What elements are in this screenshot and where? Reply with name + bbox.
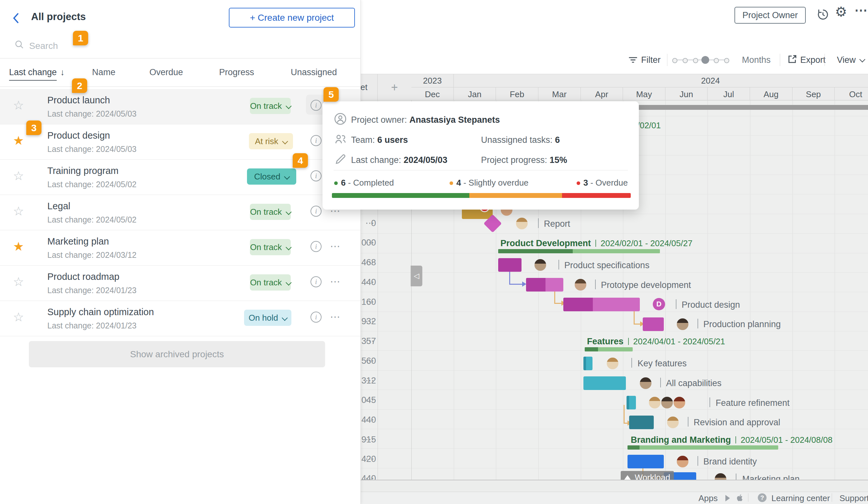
row-menu-button[interactable] — [360, 473, 380, 480]
task-bar[interactable] — [583, 357, 592, 370]
row-menu-button[interactable] — [360, 296, 380, 307]
sort-column-unassigned[interactable]: Unassigned — [291, 67, 337, 77]
project-last-change: Last change: 2024/03/12 — [47, 250, 136, 260]
status-dropdown[interactable]: On track — [250, 274, 291, 291]
task-bar[interactable] — [629, 416, 654, 429]
info-icon[interactable] — [310, 312, 321, 323]
month-cell: Sep — [793, 87, 835, 101]
status-dropdown[interactable]: On track — [250, 239, 291, 255]
row-menu-button[interactable] — [360, 257, 380, 267]
task-bar[interactable] — [628, 455, 664, 469]
task-bar[interactable] — [583, 376, 626, 390]
star-icon[interactable]: ☆ — [13, 310, 24, 324]
star-icon[interactable]: ★ — [13, 239, 24, 254]
row-menu-button[interactable] — [360, 453, 380, 464]
slider-stop[interactable] — [672, 58, 678, 63]
task-bar[interactable] — [498, 258, 521, 272]
show-archived-projects-button[interactable]: Show archived projects — [29, 341, 325, 367]
filter-button[interactable]: Filter — [641, 55, 661, 65]
star-icon[interactable]: ☆ — [13, 169, 24, 183]
status-dropdown[interactable]: On track — [250, 98, 291, 114]
status-dropdown[interactable]: On hold — [244, 309, 291, 326]
history-icon[interactable] — [816, 8, 830, 23]
info-icon[interactable] — [310, 276, 321, 287]
gear-icon[interactable] — [835, 4, 847, 20]
dependency-line — [554, 303, 562, 304]
label-separator — [698, 319, 698, 328]
row-menu-button[interactable] — [360, 218, 380, 228]
group-progress-bar — [498, 249, 660, 253]
task-bar[interactable] — [627, 396, 636, 409]
collapse-grid-handle[interactable] — [411, 266, 422, 286]
export-button[interactable]: Export — [800, 55, 826, 65]
more-options-icon[interactable] — [854, 3, 867, 18]
search-input[interactable] — [29, 38, 192, 54]
sort-column-overdue[interactable]: Overdue — [149, 67, 183, 77]
slider-track — [674, 60, 728, 60]
row-more-button[interactable] — [330, 240, 340, 252]
task-bar[interactable] — [526, 278, 563, 292]
task-label: Production planning — [703, 319, 781, 329]
row-menu-button[interactable] — [360, 277, 380, 287]
task-bar[interactable] — [643, 317, 664, 331]
status-dropdown[interactable]: Closed — [247, 168, 296, 185]
star-icon[interactable]: ☆ — [13, 98, 24, 112]
google-play-icon[interactable] — [724, 494, 732, 503]
learning-center-link[interactable]: Learning center — [772, 493, 830, 503]
help-icon[interactable] — [758, 493, 766, 502]
sort-column-name[interactable]: Name — [92, 67, 115, 77]
row-menu-button[interactable] — [360, 414, 380, 425]
project-owner-button[interactable]: Project Owner — [734, 7, 806, 24]
row-menu-button[interactable] — [360, 355, 380, 366]
info-icon[interactable] — [310, 135, 321, 146]
apple-icon[interactable] — [736, 494, 744, 503]
divider — [0, 86, 360, 87]
filter-icon[interactable] — [628, 54, 639, 67]
project-name: Product launch — [47, 95, 110, 106]
slider-stop[interactable] — [724, 58, 729, 63]
export-icon[interactable] — [787, 54, 798, 66]
info-icon[interactable] — [310, 206, 321, 217]
status-dropdown[interactable]: On track — [250, 204, 291, 220]
project-row[interactable]: ☆ Legal Last change: 2024/05/02 On track — [0, 195, 360, 230]
star-icon[interactable]: ★ — [13, 134, 24, 148]
add-column-button[interactable]: + — [378, 74, 411, 101]
row-more-button[interactable] — [330, 275, 340, 287]
row-menu-button[interactable] — [360, 375, 380, 386]
row-menu-button[interactable] — [360, 434, 380, 445]
info-icon[interactable] — [310, 170, 321, 181]
info-icon[interactable] — [310, 100, 321, 111]
back-icon[interactable] — [11, 12, 21, 25]
slider-stop[interactable] — [683, 58, 688, 63]
info-icon[interactable] — [310, 241, 321, 252]
slider-stop[interactable] — [693, 58, 698, 63]
sort-column-last-change[interactable]: Last change — [9, 67, 57, 81]
sort-column-progress[interactable]: Progress — [219, 67, 254, 77]
row-menu-button[interactable] — [360, 336, 380, 346]
task-bar[interactable] — [563, 298, 640, 311]
star-icon[interactable]: ☆ — [13, 204, 24, 218]
footer-divider — [748, 493, 748, 502]
red-dot-icon — [577, 181, 580, 185]
project-row[interactable]: ☆ Supply chain optimization Last change:… — [0, 301, 360, 336]
sort-arrow-icon[interactable]: ↓ — [60, 67, 65, 77]
project-row[interactable]: ★ Marketing plan Last change: 2024/03/12… — [0, 230, 360, 266]
view-button[interactable]: View — [837, 55, 865, 65]
bar-slightly-overdue — [469, 193, 562, 198]
create-new-project-button[interactable]: + Create new project — [229, 8, 355, 28]
workload-toggle[interactable]: Workload — [621, 471, 674, 480]
status-dropdown[interactable]: At risk — [249, 133, 293, 149]
row-menu-button[interactable] — [360, 237, 380, 248]
projects-panel: All projects + Create new project Last c… — [0, 0, 361, 504]
slider-stop[interactable] — [714, 58, 719, 63]
group-name: Features — [587, 337, 623, 346]
project-row[interactable]: ☆ Product roadmap Last change: 2024/01/2… — [0, 266, 360, 301]
group-separator — [628, 338, 629, 345]
project-row[interactable]: ☆ Product launch Last change: 2024/05/03… — [0, 89, 360, 124]
support-link[interactable]: Support — [839, 493, 868, 503]
slider-handle[interactable] — [701, 56, 709, 64]
star-icon[interactable]: ☆ — [13, 275, 24, 289]
row-menu-button[interactable] — [360, 316, 380, 326]
row-menu-button[interactable] — [360, 395, 380, 405]
row-more-button[interactable] — [330, 311, 340, 323]
